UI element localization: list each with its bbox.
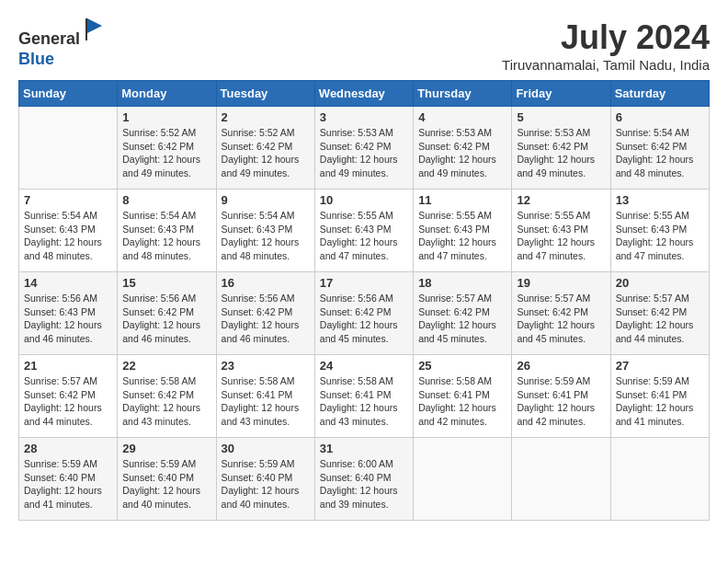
calendar-cell: 24Sunrise: 5:58 AM Sunset: 6:41 PM Dayli… <box>314 355 413 438</box>
calendar-cell: 19Sunrise: 5:57 AM Sunset: 6:42 PM Dayli… <box>512 272 610 355</box>
weekday-header-monday: Monday <box>118 81 216 107</box>
calendar-cell: 25Sunrise: 5:58 AM Sunset: 6:41 PM Dayli… <box>414 355 512 438</box>
day-info: Sunrise: 6:00 AM Sunset: 6:40 PM Dayligh… <box>320 457 408 511</box>
calendar-cell <box>512 438 610 521</box>
calendar-cell: 21Sunrise: 5:57 AM Sunset: 6:42 PM Dayli… <box>19 355 118 438</box>
day-number: 12 <box>517 193 605 207</box>
day-info: Sunrise: 5:58 AM Sunset: 6:41 PM Dayligh… <box>418 374 506 429</box>
day-info: Sunrise: 5:57 AM Sunset: 6:42 PM Dayligh… <box>616 292 704 346</box>
day-info: Sunrise: 5:53 AM Sunset: 6:42 PM Dayligh… <box>418 126 506 180</box>
day-number: 10 <box>320 193 408 207</box>
day-info: Sunrise: 5:58 AM Sunset: 6:41 PM Dayligh… <box>320 374 408 429</box>
logo-blue-text: Blue <box>18 50 54 68</box>
calendar-cell: 13Sunrise: 5:55 AM Sunset: 6:43 PM Dayli… <box>610 190 709 272</box>
calendar-cell <box>414 438 512 521</box>
calendar-table: SundayMondayTuesdayWednesdayThursdayFrid… <box>18 80 710 521</box>
calendar-cell <box>19 107 118 190</box>
day-number: 19 <box>517 276 605 290</box>
day-number: 15 <box>122 276 210 290</box>
calendar-cell: 11Sunrise: 5:55 AM Sunset: 6:43 PM Dayli… <box>414 190 512 272</box>
calendar-cell: 26Sunrise: 5:59 AM Sunset: 6:41 PM Dayli… <box>512 355 610 438</box>
calendar-cell: 5Sunrise: 5:53 AM Sunset: 6:42 PM Daylig… <box>512 107 610 190</box>
calendar-cell: 9Sunrise: 5:54 AM Sunset: 6:43 PM Daylig… <box>216 190 314 272</box>
title-block: July 2024 Tiruvannamalai, Tamil Nadu, In… <box>502 18 710 73</box>
day-info: Sunrise: 5:56 AM Sunset: 6:42 PM Dayligh… <box>122 292 210 346</box>
calendar-cell: 12Sunrise: 5:55 AM Sunset: 6:43 PM Dayli… <box>512 190 610 272</box>
weekday-header-wednesday: Wednesday <box>314 81 413 107</box>
calendar-cell: 28Sunrise: 5:59 AM Sunset: 6:40 PM Dayli… <box>19 438 118 521</box>
svg-rect-1 <box>85 18 87 40</box>
day-info: Sunrise: 5:54 AM Sunset: 6:43 PM Dayligh… <box>222 209 310 263</box>
calendar-cell: 22Sunrise: 5:58 AM Sunset: 6:42 PM Dayli… <box>118 355 216 438</box>
calendar-cell: 8Sunrise: 5:54 AM Sunset: 6:43 PM Daylig… <box>118 190 216 272</box>
day-info: Sunrise: 5:56 AM Sunset: 6:42 PM Dayligh… <box>222 292 310 346</box>
day-info: Sunrise: 5:58 AM Sunset: 6:42 PM Dayligh… <box>122 374 210 429</box>
logo-flag-icon <box>82 18 108 44</box>
weekday-header-friday: Friday <box>512 81 610 107</box>
calendar-cell: 20Sunrise: 5:57 AM Sunset: 6:42 PM Dayli… <box>610 272 709 355</box>
day-info: Sunrise: 5:54 AM Sunset: 6:42 PM Dayligh… <box>616 126 704 180</box>
day-info: Sunrise: 5:54 AM Sunset: 6:43 PM Dayligh… <box>122 209 210 263</box>
calendar-body: 1Sunrise: 5:52 AM Sunset: 6:42 PM Daylig… <box>19 107 710 521</box>
location-text: Tiruvannamalai, Tamil Nadu, India <box>502 57 710 73</box>
day-number: 26 <box>517 359 605 373</box>
day-number: 24 <box>320 359 408 373</box>
day-number: 21 <box>24 359 112 373</box>
calendar-cell: 18Sunrise: 5:57 AM Sunset: 6:42 PM Dayli… <box>414 272 512 355</box>
day-info: Sunrise: 5:59 AM Sunset: 6:40 PM Dayligh… <box>122 457 210 511</box>
calendar-week-row: 1Sunrise: 5:52 AM Sunset: 6:42 PM Daylig… <box>19 107 710 190</box>
day-info: Sunrise: 5:55 AM Sunset: 6:43 PM Dayligh… <box>418 209 506 263</box>
calendar-cell: 29Sunrise: 5:59 AM Sunset: 6:40 PM Dayli… <box>118 438 216 521</box>
day-number: 3 <box>320 110 408 124</box>
day-number: 22 <box>122 359 210 373</box>
day-number: 9 <box>222 193 310 207</box>
day-info: Sunrise: 5:59 AM Sunset: 6:41 PM Dayligh… <box>517 374 605 429</box>
day-number: 25 <box>418 359 506 373</box>
day-number: 8 <box>122 193 210 207</box>
calendar-cell: 4Sunrise: 5:53 AM Sunset: 6:42 PM Daylig… <box>414 107 512 190</box>
calendar-cell: 23Sunrise: 5:58 AM Sunset: 6:41 PM Dayli… <box>216 355 314 438</box>
day-number: 1 <box>122 110 210 124</box>
day-number: 13 <box>616 193 704 207</box>
day-info: Sunrise: 5:53 AM Sunset: 6:42 PM Dayligh… <box>517 126 605 180</box>
weekday-header-thursday: Thursday <box>414 81 512 107</box>
day-number: 20 <box>616 276 704 290</box>
day-info: Sunrise: 5:59 AM Sunset: 6:40 PM Dayligh… <box>24 457 112 511</box>
calendar-cell: 30Sunrise: 5:59 AM Sunset: 6:40 PM Dayli… <box>216 438 314 521</box>
weekday-header-row: SundayMondayTuesdayWednesdayThursdayFrid… <box>19 81 710 107</box>
day-number: 16 <box>222 276 310 290</box>
day-info: Sunrise: 5:59 AM Sunset: 6:40 PM Dayligh… <box>222 457 310 511</box>
calendar-cell: 16Sunrise: 5:56 AM Sunset: 6:42 PM Dayli… <box>216 272 314 355</box>
calendar-cell: 10Sunrise: 5:55 AM Sunset: 6:43 PM Dayli… <box>314 190 413 272</box>
day-info: Sunrise: 5:59 AM Sunset: 6:41 PM Dayligh… <box>616 374 704 429</box>
calendar-cell: 31Sunrise: 6:00 AM Sunset: 6:40 PM Dayli… <box>314 438 413 521</box>
day-number: 27 <box>616 359 704 373</box>
day-number: 11 <box>418 193 506 207</box>
day-number: 17 <box>320 276 408 290</box>
day-info: Sunrise: 5:57 AM Sunset: 6:42 PM Dayligh… <box>517 292 605 346</box>
day-number: 4 <box>418 110 506 124</box>
day-info: Sunrise: 5:56 AM Sunset: 6:42 PM Dayligh… <box>320 292 408 346</box>
day-number: 6 <box>616 110 704 124</box>
logo-general-text: General <box>18 29 80 48</box>
calendar-cell: 27Sunrise: 5:59 AM Sunset: 6:41 PM Dayli… <box>610 355 709 438</box>
calendar-cell: 1Sunrise: 5:52 AM Sunset: 6:42 PM Daylig… <box>118 107 216 190</box>
calendar-cell: 7Sunrise: 5:54 AM Sunset: 6:43 PM Daylig… <box>19 190 118 272</box>
day-info: Sunrise: 5:57 AM Sunset: 6:42 PM Dayligh… <box>418 292 506 346</box>
day-number: 18 <box>418 276 506 290</box>
calendar-cell: 2Sunrise: 5:52 AM Sunset: 6:42 PM Daylig… <box>216 107 314 190</box>
day-number: 28 <box>24 442 112 455</box>
day-number: 5 <box>517 110 605 124</box>
calendar-cell: 17Sunrise: 5:56 AM Sunset: 6:42 PM Dayli… <box>314 272 413 355</box>
day-info: Sunrise: 5:57 AM Sunset: 6:42 PM Dayligh… <box>24 374 112 429</box>
day-number: 7 <box>24 193 112 207</box>
day-info: Sunrise: 5:55 AM Sunset: 6:43 PM Dayligh… <box>320 209 408 263</box>
calendar-week-row: 7Sunrise: 5:54 AM Sunset: 6:43 PM Daylig… <box>19 190 710 272</box>
weekday-header-sunday: Sunday <box>19 81 118 107</box>
svg-marker-0 <box>85 18 102 40</box>
calendar-week-row: 14Sunrise: 5:56 AM Sunset: 6:43 PM Dayli… <box>19 272 710 355</box>
day-info: Sunrise: 5:54 AM Sunset: 6:43 PM Dayligh… <box>24 209 112 263</box>
calendar-cell: 14Sunrise: 5:56 AM Sunset: 6:43 PM Dayli… <box>19 272 118 355</box>
day-number: 14 <box>24 276 112 290</box>
day-number: 31 <box>320 442 408 455</box>
